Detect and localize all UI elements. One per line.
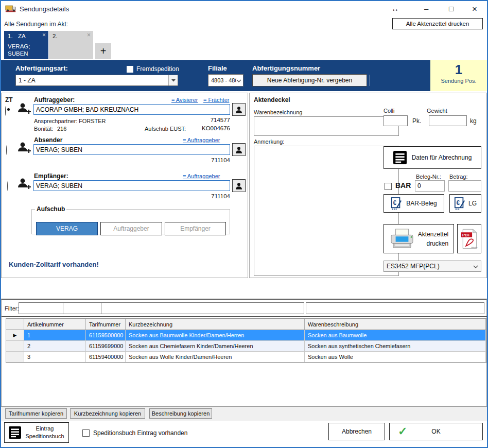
fremdspedition-checkbox[interactable] — [127, 66, 133, 73]
filter-label: Filter: — [5, 305, 19, 312]
column-header-tarifnummer[interactable]: Tarifnummer — [86, 319, 126, 330]
printer-select[interactable]: ES3452 MFP(PCL) — [384, 261, 481, 272]
lg-button[interactable]: € LG — [449, 194, 481, 213]
anmerkung-label: Anmerkung: — [254, 139, 284, 145]
tab2-close-icon[interactable]: × — [87, 31, 91, 39]
window-resize-icon[interactable]: ↔ — [391, 5, 399, 12]
beleg-nr-input[interactable] — [415, 180, 445, 192]
auftraggeber-input[interactable] — [33, 104, 230, 115]
tab1-line2: SUBEN — [8, 50, 28, 57]
speditionsbuch-checkbox[interactable] — [82, 429, 90, 437]
aufschub-auftraggeber-button[interactable]: Auftraggeber — [100, 222, 162, 235]
akt-label: Alle Sendungen im Akt: — [4, 21, 68, 28]
anmerkung-textarea[interactable] — [254, 146, 399, 276]
svg-text:PDF: PDF — [462, 232, 470, 237]
absender-input[interactable] — [33, 144, 230, 155]
column-header-kurzbezeichnung[interactable]: Kurzbezeichnung — [126, 319, 305, 330]
empfaenger-input[interactable] — [33, 180, 230, 191]
bar-beleg-button[interactable]: € BAR-Beleg — [384, 194, 444, 213]
absender-contact-button[interactable] — [232, 143, 246, 156]
filiale-chevron-icon — [236, 77, 243, 83]
euro-receipt-icon: € — [454, 197, 465, 210]
tarifnummer-kopieren-button[interactable]: Tarifnummer kopieren — [5, 408, 67, 419]
tab1-code: ZA — [18, 33, 26, 39]
abbrechen-button[interactable]: Abbrechen — [328, 423, 385, 440]
beschreibung-kopieren-button[interactable]: Beschreibung kopieren — [149, 408, 212, 419]
kurzbezeichnung-kopieren-button[interactable]: Kurzbezeichnung kopieren — [70, 408, 145, 419]
aufschub-verag-button[interactable]: VERAG — [36, 222, 98, 235]
check-icon: ✓ — [398, 425, 407, 438]
betrag-input[interactable] — [448, 180, 481, 192]
empfaenger-label: Empfänger: — [34, 173, 68, 180]
betrag-label: Betrag: — [449, 174, 467, 180]
tab-sendung-1[interactable]: 1. ZA × VERAG; SUBEN — [4, 31, 48, 59]
abfertigungsart-dropdown[interactable]: 1 - ZA — [15, 75, 178, 86]
auftraggeber-contact-button[interactable] — [232, 103, 246, 116]
daten-abrechnung-button[interactable]: Daten für Abrechnung — [384, 146, 481, 169]
aufschub-eust-label: Aufschub EUST: — [145, 126, 186, 132]
bar-checkbox[interactable] — [385, 183, 392, 190]
absender-radio[interactable] — [6, 145, 7, 155]
auftraggeber-radio[interactable] — [5, 106, 6, 116]
sendung-pos-label: Sendung Pos. — [430, 78, 487, 84]
abfertigungsart-dropdown-arrow-icon[interactable] — [168, 75, 178, 85]
colli-unit: Pk. — [412, 117, 421, 125]
abfertigungsnummer-label: Abfertigungsnummer — [252, 64, 320, 72]
empfaenger-contact-button[interactable] — [232, 179, 246, 192]
tab1-line1: VERAG; — [8, 43, 30, 49]
eintrag-speditionsbuch-button[interactable]: Eintrag Speditionsbuch — [4, 422, 69, 443]
empfaenger-auftraggeber-link[interactable]: = Auftraggeber — [183, 173, 220, 179]
empfaenger-radio[interactable] — [7, 181, 8, 191]
avisierer-link[interactable]: = Avisierer — [171, 97, 198, 103]
toolbar-divider — [370, 75, 370, 86]
zt-label: ZT — [5, 96, 13, 104]
filter-kurzbezeichnung-input[interactable] — [101, 302, 304, 314]
empfaenger-add-contact-icon[interactable] — [17, 177, 31, 191]
filter-warenbeschreibung-input[interactable] — [306, 302, 484, 314]
pdf-button[interactable]: PDF Adobe — [457, 224, 481, 253]
alle-aktenzettel-drucken-button[interactable]: Alle Aktenzettel drucken — [392, 18, 483, 29]
table-row[interactable]: 2 61159699000 Socken aus Chemiefasern Ki… — [6, 341, 486, 352]
colli-input[interactable] — [384, 115, 408, 126]
ok-button[interactable]: ✓ OK — [389, 423, 483, 440]
zolltarif-hinweis: Kunden-Zolltarif vorhanden! — [9, 261, 99, 268]
euro-receipt-icon: € — [391, 197, 402, 210]
neue-abfertigung-button[interactable]: Neue Abfertigung-Nr. vergeben — [252, 74, 367, 87]
column-header-artikelnummer[interactable]: Artikelnummer — [24, 319, 86, 330]
sendung-pos-indicator: 1 Sendung Pos. — [430, 60, 487, 91]
window-minimize-icon[interactable]: – — [424, 5, 428, 12]
absender-add-contact-icon[interactable] — [17, 141, 31, 154]
printer-select-chevron-icon — [473, 263, 481, 270]
pdf-icon: PDF Adobe — [461, 228, 478, 250]
tab-sendung-2[interactable]: 2. × — [49, 31, 93, 59]
filter-artikelnummer-input[interactable] — [19, 302, 63, 314]
filter-grid-separator — [2, 316, 487, 317]
speditionsbuch-checkbox-label: Speditionsbuch Eintrag vorhanden — [93, 429, 187, 437]
filiale-dropdown[interactable]: 4803 - 480 — [208, 74, 243, 87]
aufschub-legend: Aufschub — [35, 205, 66, 213]
beleg-nr-label: Beleg-Nr.: — [416, 174, 441, 180]
absender-auftraggeber-link[interactable]: = Auftraggeber — [183, 137, 220, 143]
gewicht-unit: kg — [470, 117, 477, 125]
aktenzettel-drucken-button[interactable]: Aktenzettel drucken — [384, 224, 454, 253]
add-tab-button[interactable]: + — [95, 43, 111, 59]
aktendeckel-title: Aktendeckel — [254, 96, 290, 104]
artikel-section: Filter: Artikelnummer Tarifnummer Kurzbe… — [1, 299, 487, 407]
list-icon — [9, 426, 21, 439]
gewicht-input[interactable] — [429, 115, 467, 126]
table-row[interactable]: 3 61159400000 Socken aus Wolle Kinder/Da… — [6, 352, 486, 363]
tab1-close-icon[interactable]: × — [42, 31, 46, 39]
auftraggeber-add-contact-icon[interactable] — [17, 102, 31, 115]
filter-tarifnummer-input[interactable] — [63, 302, 101, 314]
aufschub-empfaenger-button[interactable]: Empfänger — [165, 222, 226, 235]
window-maximize-icon[interactable]: □ — [449, 5, 454, 12]
warenbezeichnung-textarea[interactable] — [254, 116, 399, 136]
fraechter-link[interactable]: = Frächter — [203, 97, 229, 103]
window-close-icon[interactable]: × — [472, 5, 477, 13]
table-row[interactable]: ▶ 1 61159500000 Socken aus Baumwolle Kin… — [6, 330, 486, 341]
selected-row-arrow-icon: ▶ — [6, 330, 24, 341]
column-header-warenbeschreibung[interactable]: Warenbeschreibung — [305, 319, 486, 330]
absender-label: Absender — [34, 136, 62, 144]
window-title: Sendungsdetails — [20, 5, 69, 13]
ansprechpartner-label: Ansprechpartner: — [34, 118, 77, 124]
